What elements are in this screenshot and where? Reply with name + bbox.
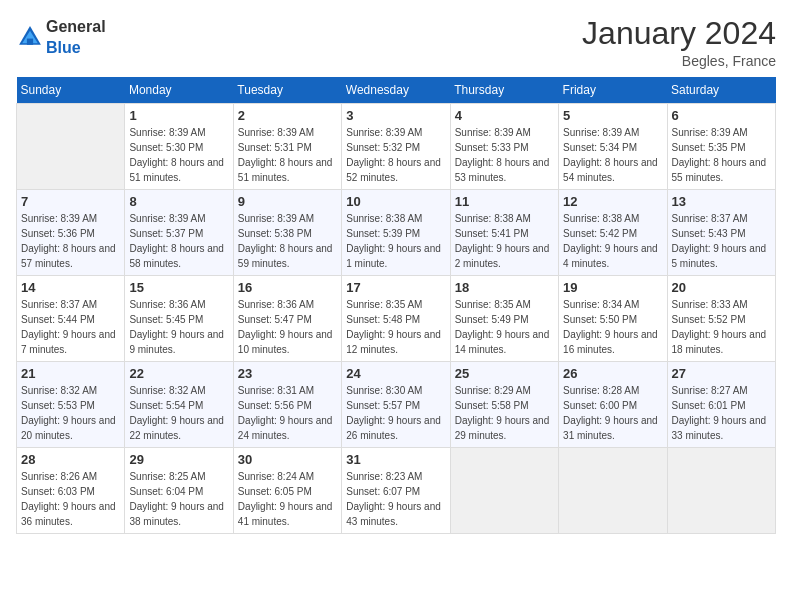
day-cell: 2Sunrise: 8:39 AMSunset: 5:31 PMDaylight… (233, 104, 341, 190)
day-info: Sunrise: 8:26 AMSunset: 6:03 PMDaylight:… (21, 469, 120, 529)
day-number: 13 (672, 194, 771, 209)
weekday-header-tuesday: Tuesday (233, 77, 341, 104)
day-cell: 7Sunrise: 8:39 AMSunset: 5:36 PMDaylight… (17, 190, 125, 276)
day-cell: 19Sunrise: 8:34 AMSunset: 5:50 PMDayligh… (559, 276, 667, 362)
day-number: 18 (455, 280, 554, 295)
calendar-table: SundayMondayTuesdayWednesdayThursdayFrid… (16, 77, 776, 534)
day-number: 2 (238, 108, 337, 123)
day-info: Sunrise: 8:38 AMSunset: 5:39 PMDaylight:… (346, 211, 445, 271)
day-cell (450, 448, 558, 534)
day-number: 6 (672, 108, 771, 123)
logo-general-text: General (46, 18, 106, 35)
day-cell: 16Sunrise: 8:36 AMSunset: 5:47 PMDayligh… (233, 276, 341, 362)
day-cell: 15Sunrise: 8:36 AMSunset: 5:45 PMDayligh… (125, 276, 233, 362)
day-cell: 4Sunrise: 8:39 AMSunset: 5:33 PMDaylight… (450, 104, 558, 190)
day-cell: 27Sunrise: 8:27 AMSunset: 6:01 PMDayligh… (667, 362, 775, 448)
day-info: Sunrise: 8:35 AMSunset: 5:49 PMDaylight:… (455, 297, 554, 357)
day-cell: 12Sunrise: 8:38 AMSunset: 5:42 PMDayligh… (559, 190, 667, 276)
day-cell (667, 448, 775, 534)
day-number: 16 (238, 280, 337, 295)
day-number: 24 (346, 366, 445, 381)
day-cell: 31Sunrise: 8:23 AMSunset: 6:07 PMDayligh… (342, 448, 450, 534)
day-cell: 11Sunrise: 8:38 AMSunset: 5:41 PMDayligh… (450, 190, 558, 276)
day-cell: 23Sunrise: 8:31 AMSunset: 5:56 PMDayligh… (233, 362, 341, 448)
day-info: Sunrise: 8:28 AMSunset: 6:00 PMDaylight:… (563, 383, 662, 443)
day-cell: 30Sunrise: 8:24 AMSunset: 6:05 PMDayligh… (233, 448, 341, 534)
day-number: 20 (672, 280, 771, 295)
day-info: Sunrise: 8:33 AMSunset: 5:52 PMDaylight:… (672, 297, 771, 357)
day-cell: 1Sunrise: 8:39 AMSunset: 5:30 PMDaylight… (125, 104, 233, 190)
day-info: Sunrise: 8:27 AMSunset: 6:01 PMDaylight:… (672, 383, 771, 443)
day-number: 30 (238, 452, 337, 467)
day-number: 17 (346, 280, 445, 295)
day-cell: 5Sunrise: 8:39 AMSunset: 5:34 PMDaylight… (559, 104, 667, 190)
day-cell: 14Sunrise: 8:37 AMSunset: 5:44 PMDayligh… (17, 276, 125, 362)
day-info: Sunrise: 8:34 AMSunset: 5:50 PMDaylight:… (563, 297, 662, 357)
day-cell: 9Sunrise: 8:39 AMSunset: 5:38 PMDaylight… (233, 190, 341, 276)
logo: General Blue (16, 16, 106, 58)
day-cell: 29Sunrise: 8:25 AMSunset: 6:04 PMDayligh… (125, 448, 233, 534)
location: Begles, France (582, 53, 776, 69)
day-info: Sunrise: 8:39 AMSunset: 5:30 PMDaylight:… (129, 125, 228, 185)
day-number: 11 (455, 194, 554, 209)
day-number: 22 (129, 366, 228, 381)
logo-blue-text: Blue (46, 39, 81, 56)
logo-icon (16, 23, 44, 51)
day-info: Sunrise: 8:29 AMSunset: 5:58 PMDaylight:… (455, 383, 554, 443)
weekday-header-saturday: Saturday (667, 77, 775, 104)
day-number: 14 (21, 280, 120, 295)
day-cell: 17Sunrise: 8:35 AMSunset: 5:48 PMDayligh… (342, 276, 450, 362)
week-row-1: 1Sunrise: 8:39 AMSunset: 5:30 PMDaylight… (17, 104, 776, 190)
day-cell: 20Sunrise: 8:33 AMSunset: 5:52 PMDayligh… (667, 276, 775, 362)
day-cell: 18Sunrise: 8:35 AMSunset: 5:49 PMDayligh… (450, 276, 558, 362)
weekday-header-thursday: Thursday (450, 77, 558, 104)
title-block: January 2024 Begles, France (582, 16, 776, 69)
day-info: Sunrise: 8:38 AMSunset: 5:42 PMDaylight:… (563, 211, 662, 271)
day-info: Sunrise: 8:24 AMSunset: 6:05 PMDaylight:… (238, 469, 337, 529)
day-cell (17, 104, 125, 190)
day-number: 3 (346, 108, 445, 123)
day-number: 10 (346, 194, 445, 209)
day-number: 12 (563, 194, 662, 209)
day-info: Sunrise: 8:39 AMSunset: 5:38 PMDaylight:… (238, 211, 337, 271)
day-number: 27 (672, 366, 771, 381)
day-number: 9 (238, 194, 337, 209)
day-cell: 13Sunrise: 8:37 AMSunset: 5:43 PMDayligh… (667, 190, 775, 276)
day-number: 4 (455, 108, 554, 123)
day-info: Sunrise: 8:39 AMSunset: 5:34 PMDaylight:… (563, 125, 662, 185)
week-row-5: 28Sunrise: 8:26 AMSunset: 6:03 PMDayligh… (17, 448, 776, 534)
day-info: Sunrise: 8:39 AMSunset: 5:35 PMDaylight:… (672, 125, 771, 185)
day-cell: 21Sunrise: 8:32 AMSunset: 5:53 PMDayligh… (17, 362, 125, 448)
day-number: 5 (563, 108, 662, 123)
day-cell: 6Sunrise: 8:39 AMSunset: 5:35 PMDaylight… (667, 104, 775, 190)
month-title: January 2024 (582, 16, 776, 51)
day-info: Sunrise: 8:32 AMSunset: 5:53 PMDaylight:… (21, 383, 120, 443)
day-cell: 3Sunrise: 8:39 AMSunset: 5:32 PMDaylight… (342, 104, 450, 190)
week-row-2: 7Sunrise: 8:39 AMSunset: 5:36 PMDaylight… (17, 190, 776, 276)
day-info: Sunrise: 8:37 AMSunset: 5:44 PMDaylight:… (21, 297, 120, 357)
weekday-header-friday: Friday (559, 77, 667, 104)
day-number: 21 (21, 366, 120, 381)
day-number: 7 (21, 194, 120, 209)
day-number: 28 (21, 452, 120, 467)
day-info: Sunrise: 8:25 AMSunset: 6:04 PMDaylight:… (129, 469, 228, 529)
day-info: Sunrise: 8:31 AMSunset: 5:56 PMDaylight:… (238, 383, 337, 443)
day-info: Sunrise: 8:30 AMSunset: 5:57 PMDaylight:… (346, 383, 445, 443)
day-info: Sunrise: 8:38 AMSunset: 5:41 PMDaylight:… (455, 211, 554, 271)
day-number: 1 (129, 108, 228, 123)
day-number: 29 (129, 452, 228, 467)
day-cell: 28Sunrise: 8:26 AMSunset: 6:03 PMDayligh… (17, 448, 125, 534)
day-cell: 24Sunrise: 8:30 AMSunset: 5:57 PMDayligh… (342, 362, 450, 448)
day-cell: 26Sunrise: 8:28 AMSunset: 6:00 PMDayligh… (559, 362, 667, 448)
day-info: Sunrise: 8:39 AMSunset: 5:33 PMDaylight:… (455, 125, 554, 185)
week-row-4: 21Sunrise: 8:32 AMSunset: 5:53 PMDayligh… (17, 362, 776, 448)
day-info: Sunrise: 8:35 AMSunset: 5:48 PMDaylight:… (346, 297, 445, 357)
weekday-header-monday: Monday (125, 77, 233, 104)
day-info: Sunrise: 8:39 AMSunset: 5:32 PMDaylight:… (346, 125, 445, 185)
day-info: Sunrise: 8:36 AMSunset: 5:45 PMDaylight:… (129, 297, 228, 357)
day-cell (559, 448, 667, 534)
page-header: General Blue January 2024 Begles, France (16, 16, 776, 69)
day-number: 23 (238, 366, 337, 381)
day-info: Sunrise: 8:37 AMSunset: 5:43 PMDaylight:… (672, 211, 771, 271)
weekday-header-sunday: Sunday (17, 77, 125, 104)
